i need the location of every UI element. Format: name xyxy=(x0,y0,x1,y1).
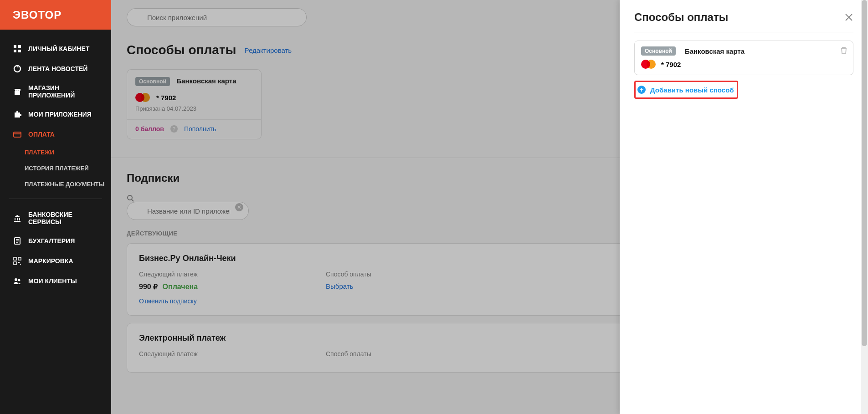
svg-rect-3 xyxy=(18,50,21,52)
card-icon xyxy=(13,130,22,139)
sidebar-item-apps[interactable]: МОИ ПРИЛОЖЕНИЯ xyxy=(0,104,111,124)
users-icon xyxy=(13,276,22,286)
refresh-icon xyxy=(13,64,22,73)
main-badge: Основной xyxy=(641,46,676,56)
card-mask: * 7902 xyxy=(661,61,681,68)
scrollbar-thumb[interactable] xyxy=(862,0,867,346)
sidebar-item-news[interactable]: ЛЕНТА НОВОСТЕЙ xyxy=(0,59,111,79)
sidebar: ЭВОТОР ЛИЧНЫЙ КАБИНЕТ ЛЕНТА НОВОСТЕЙ МАГ… xyxy=(0,0,111,414)
sidebar-item-label: МОИ ПРИЛОЖЕНИЯ xyxy=(28,111,92,118)
sidebar-item-store[interactable]: МАГАЗИН ПРИЛОЖЕНИЙ xyxy=(0,79,111,104)
sidebar-item-cabinet[interactable]: ЛИЧНЫЙ КАБИНЕТ xyxy=(0,39,111,59)
sidebar-item-label: БУХГАЛТЕРИЯ xyxy=(28,237,75,245)
svg-rect-5 xyxy=(14,132,21,137)
sidebar-item-label: БАНКОВСКИЕ СЕРВИСЫ xyxy=(28,211,98,225)
svg-rect-15 xyxy=(20,264,21,265)
close-icon[interactable] xyxy=(844,13,853,22)
sub-item-payments[interactable]: ПЛАТЕЖИ xyxy=(25,144,111,160)
sidebar-item-label: МАГАЗИН ПРИЛОЖЕНИЙ xyxy=(28,84,98,99)
add-method-label: Добавить новый способ xyxy=(650,86,734,94)
sub-item-documents[interactable]: ПЛАТЕЖНЫЕ ДОКУМЕНТЫ xyxy=(25,176,111,192)
svg-rect-6 xyxy=(14,133,21,134)
sidebar-item-accounting[interactable]: БУХГАЛТЕРИЯ xyxy=(0,231,111,251)
mastercard-icon xyxy=(641,59,657,69)
store-icon xyxy=(13,87,22,96)
drawer-payment-card: Основной Банковская карта * 7902 xyxy=(634,41,853,75)
sidebar-item-label: ОПЛАТА xyxy=(28,131,55,138)
sidebar-item-label: МОИ КЛИЕНТЫ xyxy=(28,277,77,285)
qr-icon xyxy=(13,256,22,266)
sidebar-item-label: МАРКИРОВКА xyxy=(28,257,73,265)
sidebar-item-payment[interactable]: ОПЛАТА xyxy=(0,124,111,144)
grid-icon xyxy=(13,44,22,53)
sidebar-item-clients[interactable]: МОИ КЛИЕНТЫ xyxy=(0,271,111,291)
nav-sub: ПЛАТЕЖИ ИСТОРИЯ ПЛАТЕЖЕЙ ПЛАТЕЖНЫЕ ДОКУМ… xyxy=(0,144,111,192)
trash-icon[interactable] xyxy=(840,46,847,55)
card-type: Банковская карта xyxy=(685,47,745,55)
plus-icon: + xyxy=(637,86,646,94)
bank-icon xyxy=(13,214,22,223)
drawer-title: Способы оплаты xyxy=(634,11,728,24)
sidebar-item-marking[interactable]: МАРКИРОВКА xyxy=(0,251,111,271)
svg-rect-13 xyxy=(14,262,16,265)
nav: ЛИЧНЫЙ КАБИНЕТ ЛЕНТА НОВОСТЕЙ МАГАЗИН ПР… xyxy=(0,30,111,291)
sub-item-history[interactable]: ИСТОРИЯ ПЛАТЕЖЕЙ xyxy=(25,160,111,176)
svg-rect-11 xyxy=(14,257,16,260)
sidebar-item-bank[interactable]: БАНКОВСКИЕ СЕРВИСЫ xyxy=(0,205,111,231)
svg-rect-12 xyxy=(18,257,21,260)
scrollbar[interactable] xyxy=(861,0,868,414)
nav-divider xyxy=(9,199,102,199)
puzzle-icon xyxy=(13,110,22,119)
svg-point-16 xyxy=(15,278,17,281)
logo-area: ЭВОТОР xyxy=(0,0,111,30)
sidebar-item-label: ЛЕНТА НОВОСТЕЙ xyxy=(28,65,87,72)
payment-methods-drawer: Способы оплаты Основной Банковская карта… xyxy=(620,0,868,414)
svg-rect-0 xyxy=(14,45,16,48)
logo: ЭВОТОР xyxy=(13,9,62,21)
svg-rect-1 xyxy=(18,45,21,48)
svg-rect-14 xyxy=(18,262,20,263)
add-payment-method-button[interactable]: + Добавить новый способ xyxy=(634,81,738,99)
document-icon xyxy=(13,236,22,245)
svg-rect-2 xyxy=(14,50,16,52)
svg-point-17 xyxy=(18,279,21,281)
sidebar-item-label: ЛИЧНЫЙ КАБИНЕТ xyxy=(28,45,89,52)
